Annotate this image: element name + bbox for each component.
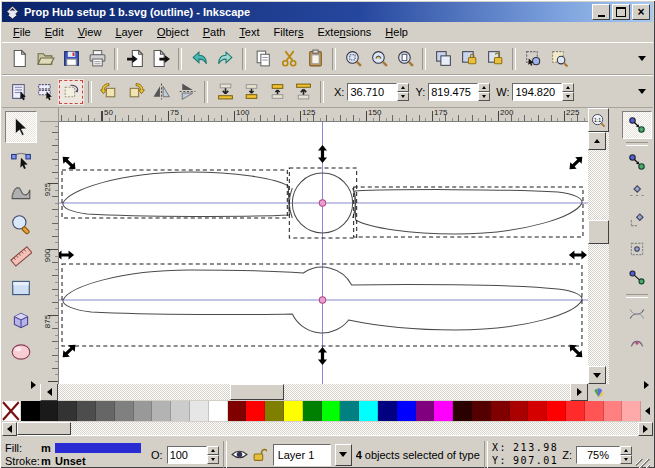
flip-horizontal-button[interactable] [148,79,174,105]
xml-editor-button[interactable] [520,46,546,72]
undo-button[interactable] [186,46,212,72]
snap-bbox-corners-button[interactable] [623,207,651,233]
toolbar-overflow-button[interactable] [639,374,653,396]
menu-filters[interactable]: Filters [267,24,311,40]
scroll-up-button[interactable] [588,132,606,150]
spinner[interactable] [562,83,574,101]
palette-swatch[interactable] [2,401,21,421]
select-all-layers-button[interactable] [32,79,58,105]
layer-dropdown-button[interactable] [335,444,352,466]
rotate-cw-button[interactable] [122,79,148,105]
fill-color-swatch[interactable] [55,443,141,453]
opacity-input[interactable] [167,446,207,464]
raise-button[interactable] [264,79,290,105]
cut-button[interactable] [276,46,302,72]
maximize-button[interactable] [612,4,630,20]
horizontal-scrollbar[interactable] [40,384,588,400]
copy-button[interactable] [250,46,276,72]
layer-lock-toggle[interactable] [252,447,269,462]
scroll-left-button[interactable] [40,383,58,401]
minimize-button[interactable] [592,4,610,20]
vertical-scrollbar-thumb[interactable] [588,220,609,244]
coord-input[interactable] [512,83,562,101]
zoom-drawing-button[interactable] [366,46,392,72]
palette-swatch[interactable] [566,401,585,421]
snap-enable-button[interactable] [622,111,652,139]
palette-swatch[interactable] [77,401,96,421]
scroll-down-button[interactable] [588,366,606,384]
palette-swatch[interactable] [453,401,472,421]
palette-scrollbar-thumb[interactable] [17,422,71,435]
palette-swatch[interactable] [585,401,604,421]
zoom-button[interactable] [6,209,36,239]
title-bar[interactable]: Prop Hub setup 1 b.svg (outline) - Inksc… [2,2,653,22]
flip-vertical-button[interactable] [174,79,200,105]
deselect-button[interactable] [58,79,84,105]
zoom-input[interactable] [576,446,620,464]
propeller-top-left-blade[interactable] [63,172,289,216]
opacity-spinner[interactable] [207,446,219,464]
palette-scroll-left-button[interactable] [2,422,17,436]
scale-handle[interactable] [59,251,74,260]
fill-stroke-indicator[interactable]: Fill: m Stroke: m Unset [5,442,141,467]
palette-swatch[interactable] [434,401,453,421]
snap-paths-button[interactable] [623,265,651,291]
palette-swatch[interactable] [209,401,228,421]
import-button[interactable] [122,46,148,72]
rotate-ccw-button[interactable] [96,79,122,105]
duplicate-button[interactable] [430,46,456,72]
zoom-field[interactable] [576,446,632,464]
export-button[interactable] [148,46,174,72]
palette-swatch[interactable] [378,401,397,421]
scale-handle[interactable] [318,347,327,365]
palette-swatch[interactable] [547,401,566,421]
scale-handle[interactable] [566,341,585,360]
palette-swatch[interactable] [303,401,322,421]
open-document-button[interactable] [32,46,58,72]
menu-text[interactable]: Text [232,24,266,40]
color-managed-view-toggle[interactable] [588,384,609,400]
menu-help[interactable]: Help [378,24,415,40]
spinner[interactable] [478,83,490,101]
zoom-selection-button[interactable] [340,46,366,72]
find-replace-button[interactable] [546,46,572,72]
zoom-page-button[interactable] [392,46,418,72]
menu-view[interactable]: View [71,24,109,40]
palette-swatch[interactable] [40,401,59,421]
menu-object[interactable]: Object [150,24,196,40]
snap-bbox-edges-button[interactable] [623,178,651,204]
select-all-button[interactable] [6,79,32,105]
tweak-button[interactable] [6,177,36,207]
layer-selector[interactable]: Layer 1 [273,444,331,466]
measure-button[interactable] [6,241,36,271]
palette-swatch[interactable] [58,401,77,421]
horizontal-ruler[interactable]: 5075100125150175200225 [59,108,588,122]
node-editor-button[interactable] [6,145,36,175]
lower-to-bottom-button[interactable] [212,79,238,105]
coord-field-1[interactable] [428,83,490,101]
vertical-scrollbar[interactable] [588,132,609,384]
palette-swatch[interactable] [21,401,40,421]
palette-swatch[interactable] [604,401,623,421]
palette-swatch[interactable] [622,401,641,421]
save-document-button[interactable] [58,46,84,72]
menu-file[interactable]: File [6,24,38,40]
coord-input[interactable] [428,83,478,101]
scroll-right-button[interactable] [570,383,588,401]
lower-button[interactable] [238,79,264,105]
propeller-top-right-blade[interactable] [355,190,582,234]
coord-field-2[interactable] [512,83,574,101]
menu-extensions[interactable]: Extensions [311,24,379,40]
palette-swatch[interactable] [171,401,190,421]
new-document-button[interactable] [6,46,32,72]
palette-swatch[interactable] [115,401,134,421]
snap-intersections-button[interactable] [623,301,651,327]
palette-swatch[interactable] [134,401,153,421]
palette-menu-button[interactable] [641,401,653,421]
snap-centers-button[interactable] [623,330,651,356]
create-clone-button[interactable] [456,46,482,72]
toolbar-overflow-button[interactable] [635,48,649,70]
window-resize-grip[interactable] [636,459,650,468]
scale-handle[interactable] [566,153,585,172]
paste-button[interactable] [302,46,328,72]
